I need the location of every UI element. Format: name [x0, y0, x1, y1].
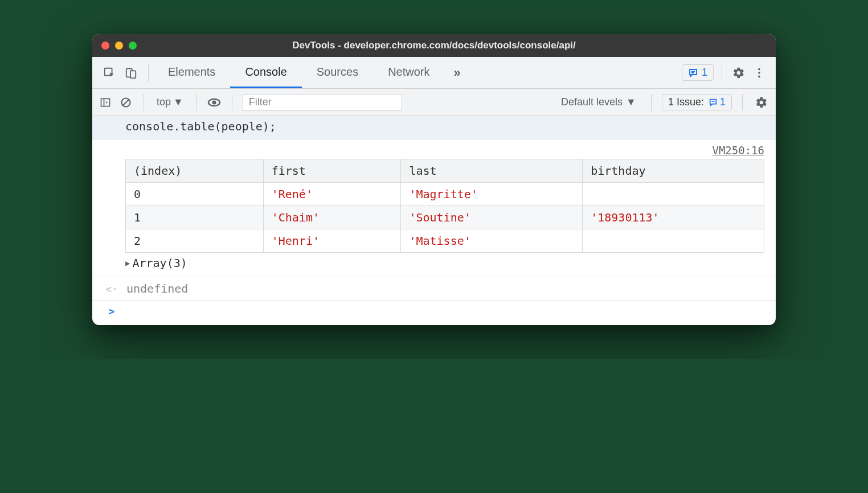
separator	[232, 94, 232, 111]
svg-point-5	[758, 68, 760, 70]
zoom-button[interactable]	[129, 42, 137, 50]
cell-index: 0	[126, 183, 264, 206]
svg-rect-8	[101, 98, 110, 106]
cell-birthday: '18930113'	[583, 206, 764, 229]
main-tabs-bar: Elements Console Sources Network » 1	[92, 57, 776, 89]
separator	[148, 64, 149, 81]
triangle-right-icon: ▶	[125, 258, 130, 268]
array-expander[interactable]: ▶ Array(3)	[125, 253, 764, 270]
table-row[interactable]: 1 'Chaim' 'Soutine' '18930113'	[126, 206, 764, 229]
sidebar-toggle-icon[interactable]	[98, 95, 113, 110]
issue-label: 1 Issue:	[668, 96, 704, 108]
table-header-row: (index) first last birthday	[126, 159, 764, 183]
context-picker[interactable]: top ▼	[154, 96, 186, 108]
levels-label: Default levels	[561, 96, 623, 108]
issues-badge[interactable]: 1	[682, 64, 714, 81]
expander-label: Array(3)	[132, 256, 187, 270]
svg-line-11	[123, 100, 129, 105]
return-arrow-icon: <·	[104, 283, 120, 295]
cell-index: 1	[126, 206, 264, 229]
clear-console-icon[interactable]	[118, 95, 133, 110]
console-table: (index) first last birthday 0 'René' 'Ma…	[125, 159, 764, 253]
console-input-echo: console.table(people);	[92, 116, 776, 139]
console-filter-bar: top ▼ Default levels ▼ 1 Issue: 1	[92, 89, 776, 116]
panel-tabs: Elements Console Sources Network »	[153, 57, 678, 88]
cell-birthday	[583, 229, 764, 253]
cell-birthday	[583, 183, 764, 206]
prompt-chevron-icon: >	[104, 305, 120, 317]
tab-sources[interactable]: Sources	[302, 57, 373, 88]
separator	[722, 64, 722, 81]
tab-elements[interactable]: Elements	[153, 57, 230, 88]
console-settings-icon[interactable]	[753, 94, 770, 111]
return-line: <· undefined	[92, 277, 776, 301]
issues-count: 1	[702, 67, 707, 79]
titlebar: DevTools - developer.chrome.com/docs/dev…	[92, 34, 776, 57]
traffic-lights	[101, 42, 137, 50]
inspect-icon[interactable]	[103, 66, 116, 80]
source-link[interactable]: VM250:16	[125, 144, 764, 159]
filter-input[interactable]	[243, 94, 402, 111]
close-button[interactable]	[101, 42, 109, 50]
cell-last: 'Soutine'	[401, 206, 583, 229]
svg-point-13	[212, 100, 216, 104]
console-body: console.table(people); VM250:16 (index) …	[92, 116, 776, 325]
issues-box[interactable]: 1 Issue: 1	[662, 94, 732, 110]
console-output: VM250:16 (index) first last birthday 0 '…	[92, 139, 776, 277]
kebab-menu-icon[interactable]	[751, 64, 768, 81]
tab-console[interactable]: Console	[230, 57, 301, 88]
col-index[interactable]: (index)	[126, 159, 264, 183]
table-row[interactable]: 2 'Henri' 'Matisse'	[126, 229, 764, 253]
log-levels-picker[interactable]: Default levels ▼	[556, 96, 641, 108]
cell-first: 'Henri'	[263, 229, 401, 253]
svg-rect-2	[130, 71, 136, 78]
separator	[742, 94, 743, 111]
cell-last: 'Matisse'	[401, 229, 583, 253]
window-title: DevTools - developer.chrome.com/docs/dev…	[92, 40, 776, 51]
live-expression-icon[interactable]	[207, 95, 222, 110]
chevron-down-icon: ▼	[173, 96, 183, 108]
return-value: undefined	[126, 282, 188, 295]
console-prompt[interactable]: >	[92, 301, 776, 325]
cell-index: 2	[126, 229, 264, 253]
settings-icon[interactable]	[730, 64, 747, 81]
separator	[196, 94, 196, 111]
col-last[interactable]: last	[401, 159, 583, 183]
devtools-window: DevTools - developer.chrome.com/docs/dev…	[92, 34, 776, 325]
device-toggle-icon[interactable]	[124, 66, 138, 80]
table-row[interactable]: 0 'René' 'Magritte'	[126, 183, 764, 206]
tab-network[interactable]: Network	[373, 57, 444, 88]
chevron-down-icon: ▼	[626, 96, 636, 108]
svg-point-7	[758, 75, 760, 77]
more-tabs-button[interactable]: »	[445, 57, 470, 88]
col-first[interactable]: first	[263, 159, 401, 183]
svg-point-6	[758, 72, 760, 74]
context-label: top	[157, 96, 171, 108]
issue-count: 1	[720, 96, 726, 108]
col-birthday[interactable]: birthday	[583, 159, 764, 183]
minimize-button[interactable]	[115, 42, 123, 50]
cell-last: 'Magritte'	[401, 183, 583, 206]
separator	[144, 94, 144, 111]
separator	[651, 94, 652, 111]
cell-first: 'René'	[263, 183, 401, 206]
cell-first: 'Chaim'	[263, 206, 401, 229]
